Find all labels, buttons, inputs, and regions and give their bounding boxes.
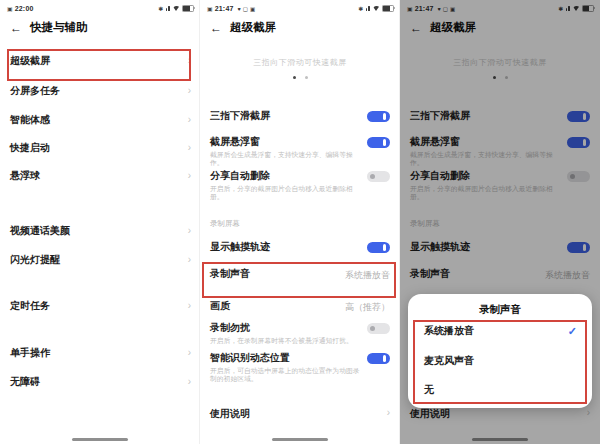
status-bar: ▣ 21:47 ♥ ▢ ▣ ✱	[207, 3, 394, 14]
setting-title: 智能识别动态位置	[210, 352, 362, 364]
page-header: ← 超级截屏	[210, 20, 276, 35]
list-item-smart-motion[interactable]: 智能体感 ›	[10, 113, 191, 126]
setting-subtitle: 截屏后会生成悬浮窗，支持快速分享、编辑等操作。	[210, 151, 362, 168]
list-item-accessibility[interactable]: 无障碍 ›	[10, 375, 191, 388]
chevron-right-icon: ›	[188, 377, 191, 387]
chevron-right-icon: ›	[188, 115, 191, 125]
page-title: 快捷与辅助	[30, 20, 88, 35]
chevron-right-icon: ›	[188, 86, 191, 96]
screenshot-collage: ▣ 22:00 ✱ ← 快捷与辅助 超级截屏 › 分屏多任务 › 智能体感 ›	[0, 0, 600, 444]
chevron-right-icon: ›	[188, 171, 191, 181]
chevron-right-icon: ›	[188, 226, 191, 236]
app-status-icon: ♥	[238, 6, 241, 12]
list-item-label: 定时任务	[10, 299, 50, 313]
page-dot	[305, 76, 308, 79]
list-item-label: 悬浮球	[10, 169, 40, 183]
dialog-option-system-sound[interactable]: 系统播放音 ✓	[424, 324, 577, 338]
home-indicator[interactable]	[272, 438, 328, 442]
toggle-float-window[interactable]	[367, 137, 390, 149]
list-item-video-beauty[interactable]: 视频通话美颜 ›	[10, 224, 191, 237]
option-label: 无	[424, 383, 434, 397]
panel-super-screenshot-settings: ▣ 21:47 ♥ ▢ ▣ ✱ ← 超级截屏 三指向下滑动可快速截屏 三指下滑截…	[200, 0, 400, 444]
setting-row-smart-region[interactable]: 智能识别动态位置 开启后，可自动选中屏幕上的动态位置作为动图录制的初始区域。	[210, 352, 390, 384]
list-item-floating-ball[interactable]: 悬浮球 ›	[10, 169, 191, 182]
setting-row-three-finger[interactable]: 三指下滑截屏	[210, 110, 390, 122]
back-arrow-icon[interactable]: ←	[210, 22, 222, 34]
status-bar: ▣ 22:00 ✱	[7, 3, 194, 14]
status-time: 22:00	[15, 5, 34, 12]
chevron-right-icon: ›	[188, 301, 191, 311]
setting-title: 使用说明	[210, 408, 250, 420]
setting-row-touch-trail[interactable]: 显示触摸轨迹	[210, 241, 390, 253]
list-item-label: 视频通话美颜	[10, 224, 70, 238]
list-item-label: 超级截屏	[10, 54, 50, 68]
dialog-option-none[interactable]: 无	[424, 383, 577, 397]
setting-value: 高（推荐）	[345, 301, 390, 314]
list-item-one-hand[interactable]: 单手操作 ›	[10, 346, 191, 359]
panel-super-screenshot-dialog: ▣ 21:47 ♥ ▢ ▣ ✱ ← 超级截屏 三指向下滑动可快速截屏 三指下滑截…	[400, 0, 600, 444]
setting-row-float-window[interactable]: 截屏悬浮窗 截屏后会生成悬浮窗，支持快速分享、编辑等操作。	[210, 136, 390, 168]
chevron-right-icon: ›	[188, 255, 191, 265]
page-indicator	[200, 76, 400, 79]
chevron-right-icon: ›	[188, 56, 191, 66]
signal-icon	[366, 6, 370, 10]
nfc-icon: ✱	[158, 5, 163, 12]
page-title: 超级截屏	[230, 20, 276, 35]
page-dot-active	[293, 76, 296, 79]
toggle-auto-delete[interactable]	[367, 171, 390, 183]
dialog-title: 录制声音	[408, 303, 592, 317]
setting-title: 录制声音	[210, 268, 250, 280]
list-item-split-screen[interactable]: 分屏多任务 ›	[10, 84, 191, 97]
list-item-quick-launch[interactable]: 快捷启动 ›	[10, 141, 191, 154]
list-item-label: 快捷启动	[10, 141, 50, 155]
setting-row-record-sound[interactable]: 录制声音 系统播放音	[210, 268, 390, 282]
signal-icon	[166, 6, 170, 10]
setting-title: 录制勿扰	[210, 322, 362, 334]
app-status-icon: ▢	[243, 6, 248, 12]
home-indicator[interactable]	[72, 438, 128, 442]
list-item-label: 分屏多任务	[10, 84, 60, 98]
gesture-hint-text: 三指向下滑动可快速截屏	[200, 57, 400, 68]
setting-value: 系统播放音	[345, 269, 390, 282]
setting-row-quality[interactable]: 画质 高（推荐）	[210, 300, 390, 314]
setting-row-usage[interactable]: 使用说明 ›	[210, 408, 390, 420]
list-item-scheduled-tasks[interactable]: 定时任务 ›	[10, 299, 191, 312]
status-right-icons: ✱	[158, 5, 194, 12]
battery-icon	[382, 5, 394, 12]
chevron-right-icon: ›	[387, 408, 390, 418]
list-item-label: 无障碍	[10, 375, 40, 389]
setting-title: 三指下滑截屏	[210, 110, 362, 122]
dialog-option-microphone[interactable]: 麦克风声音	[424, 354, 577, 368]
option-label: 系统播放音	[424, 324, 474, 338]
toggle-record-dnd[interactable]	[367, 323, 390, 335]
list-item-flash-alert[interactable]: 闪光灯提醒 ›	[10, 253, 191, 266]
list-item-label: 单手操作	[10, 346, 50, 360]
setting-title: 截屏悬浮窗	[210, 136, 362, 148]
panel-shortcuts-settings: ▣ 22:00 ✱ ← 快捷与辅助 超级截屏 › 分屏多任务 › 智能体感 ›	[0, 0, 200, 444]
app-status-icon: ▣	[250, 6, 255, 12]
toggle-touch-trail[interactable]	[367, 242, 390, 254]
setting-row-auto-delete[interactable]: 分享自动删除 开启后，分享的截屏图片会自动移入最近删除相册。	[210, 170, 390, 202]
setting-row-record-dnd[interactable]: 录制勿扰 开启后，在录制屏幕时将不会被悬浮通知打扰。	[210, 322, 390, 345]
page-header: ← 快捷与辅助	[10, 20, 88, 35]
list-item-label: 智能体感	[10, 113, 50, 127]
setting-subtitle: 开启后，可自动选中屏幕上的动态位置作为动图录制的初始区域。	[210, 367, 362, 384]
setting-subtitle: 开启后，分享的截屏图片会自动移入最近删除相册。	[210, 185, 362, 202]
setting-title: 画质	[210, 300, 230, 312]
setting-title: 显示触摸轨迹	[210, 241, 362, 253]
chevron-right-icon: ›	[188, 348, 191, 358]
nfc-icon: ✱	[358, 5, 363, 12]
toggle-smart-region[interactable]	[367, 353, 390, 365]
status-time: 21:47	[215, 5, 234, 12]
screen-record-icon: ▣	[207, 5, 213, 12]
list-item-label: 闪光灯提醒	[10, 253, 60, 267]
toggle-three-finger[interactable]	[367, 111, 390, 123]
screen-record-icon: ▣	[7, 5, 13, 12]
back-arrow-icon[interactable]: ←	[10, 22, 22, 34]
setting-title: 分享自动删除	[210, 170, 362, 182]
chevron-right-icon: ›	[188, 143, 191, 153]
battery-icon	[182, 5, 194, 12]
wifi-icon	[173, 6, 180, 11]
status-right-icons: ✱	[358, 5, 394, 12]
list-item-super-screenshot[interactable]: 超级截屏 ›	[10, 54, 191, 67]
